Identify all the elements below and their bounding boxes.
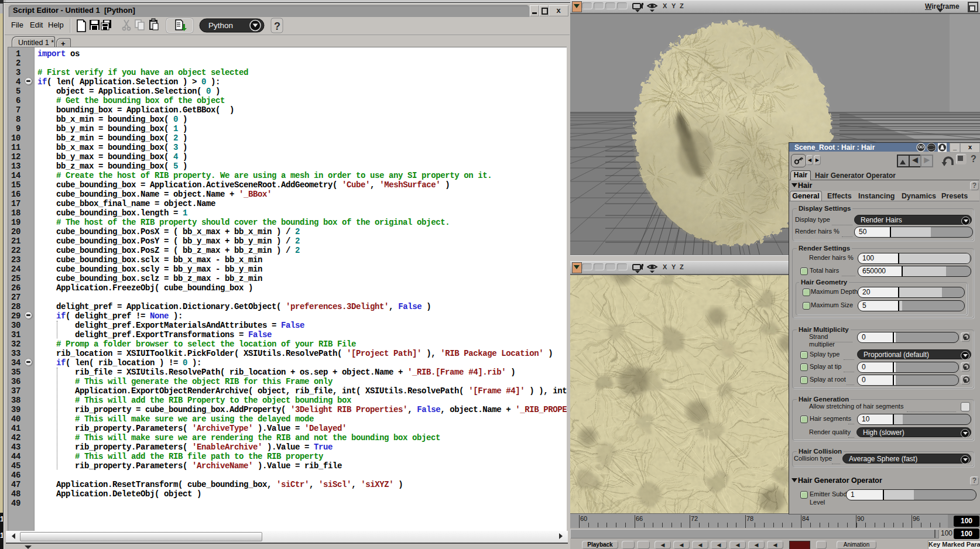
svg-text:Python: Python	[208, 21, 233, 30]
svg-text:?: ?	[274, 20, 280, 32]
